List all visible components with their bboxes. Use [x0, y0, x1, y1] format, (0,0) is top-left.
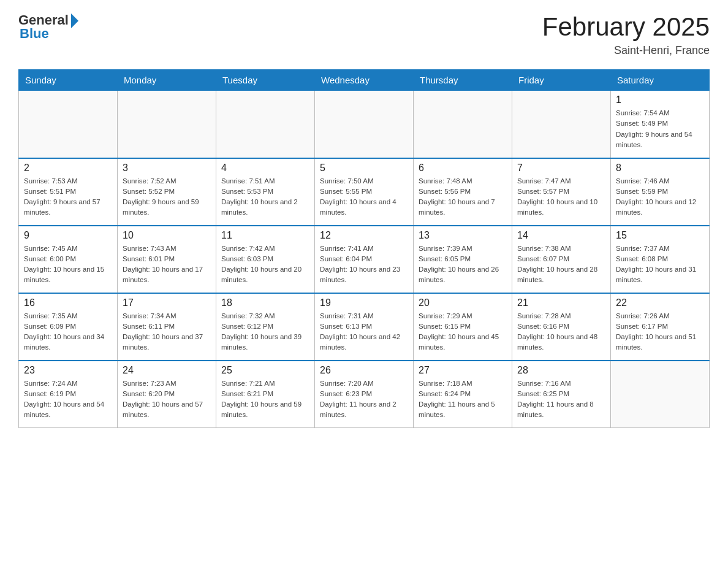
calendar-cell: 13Sunrise: 7:39 AMSunset: 6:05 PMDayligh… — [414, 226, 512, 293]
column-header-sunday: Sunday — [19, 70, 118, 91]
day-info: Sunrise: 7:35 AMSunset: 6:09 PMDaylight:… — [24, 311, 112, 353]
day-number: 24 — [123, 365, 211, 376]
day-info: Sunrise: 7:46 AMSunset: 5:59 PMDaylight:… — [616, 176, 704, 218]
column-header-friday: Friday — [512, 70, 611, 91]
calendar-cell: 27Sunrise: 7:18 AMSunset: 6:24 PMDayligh… — [414, 361, 512, 428]
calendar-cell: 5Sunrise: 7:50 AMSunset: 5:55 PMDaylight… — [315, 158, 414, 226]
month-title: February 2025 — [542, 12, 710, 42]
day-info: Sunrise: 7:16 AMSunset: 6:25 PMDaylight:… — [517, 378, 605, 421]
calendar-cell: 28Sunrise: 7:16 AMSunset: 6:25 PMDayligh… — [512, 361, 611, 428]
page-header: General Blue February 2025 Saint-Henri, … — [18, 12, 710, 57]
day-number: 5 — [320, 163, 408, 174]
logo-blue-text: Blue — [18, 26, 49, 42]
day-info: Sunrise: 7:43 AMSunset: 6:01 PMDaylight:… — [123, 243, 211, 286]
day-info: Sunrise: 7:45 AMSunset: 6:00 PMDaylight:… — [24, 243, 112, 286]
calendar-cell: 23Sunrise: 7:24 AMSunset: 6:19 PMDayligh… — [19, 361, 118, 428]
day-number: 18 — [221, 297, 309, 308]
calendar-cell: 11Sunrise: 7:42 AMSunset: 6:03 PMDayligh… — [216, 226, 315, 293]
day-number: 9 — [24, 230, 112, 241]
calendar-cell: 16Sunrise: 7:35 AMSunset: 6:09 PMDayligh… — [19, 293, 118, 361]
day-number: 3 — [123, 163, 211, 174]
day-info: Sunrise: 7:48 AMSunset: 5:56 PMDaylight:… — [419, 176, 507, 218]
day-number: 20 — [419, 297, 507, 308]
calendar-cell: 20Sunrise: 7:29 AMSunset: 6:15 PMDayligh… — [414, 293, 512, 361]
calendar-cell — [512, 91, 611, 158]
calendar-cell — [216, 91, 315, 158]
calendar-cell: 18Sunrise: 7:32 AMSunset: 6:12 PMDayligh… — [216, 293, 315, 361]
day-info: Sunrise: 7:21 AMSunset: 6:21 PMDaylight:… — [221, 378, 309, 421]
day-number: 8 — [616, 163, 704, 174]
week-row-2: 2Sunrise: 7:53 AMSunset: 5:51 PMDaylight… — [19, 158, 710, 226]
day-number: 15 — [616, 230, 704, 241]
logo: General Blue — [18, 12, 78, 42]
week-row-3: 9Sunrise: 7:45 AMSunset: 6:00 PMDaylight… — [19, 226, 710, 293]
day-number: 26 — [320, 365, 408, 376]
column-header-tuesday: Tuesday — [216, 70, 315, 91]
calendar-table: SundayMondayTuesdayWednesdayThursdayFrid… — [18, 69, 710, 428]
day-info: Sunrise: 7:38 AMSunset: 6:07 PMDaylight:… — [517, 243, 605, 286]
calendar-cell: 8Sunrise: 7:46 AMSunset: 5:59 PMDaylight… — [611, 158, 710, 226]
day-info: Sunrise: 7:54 AMSunset: 5:49 PMDaylight:… — [616, 108, 704, 150]
calendar-cell: 3Sunrise: 7:52 AMSunset: 5:52 PMDaylight… — [118, 158, 216, 226]
day-info: Sunrise: 7:47 AMSunset: 5:57 PMDaylight:… — [517, 176, 605, 218]
calendar-cell: 12Sunrise: 7:41 AMSunset: 6:04 PMDayligh… — [315, 226, 414, 293]
day-info: Sunrise: 7:37 AMSunset: 6:08 PMDaylight:… — [616, 243, 704, 286]
calendar-cell — [19, 91, 118, 158]
week-row-1: 1Sunrise: 7:54 AMSunset: 5:49 PMDaylight… — [19, 91, 710, 158]
day-number: 28 — [517, 365, 605, 376]
calendar-cell: 10Sunrise: 7:43 AMSunset: 6:01 PMDayligh… — [118, 226, 216, 293]
day-info: Sunrise: 7:53 AMSunset: 5:51 PMDaylight:… — [24, 176, 112, 218]
day-info: Sunrise: 7:28 AMSunset: 6:16 PMDaylight:… — [517, 311, 605, 353]
day-info: Sunrise: 7:20 AMSunset: 6:23 PMDaylight:… — [320, 378, 408, 421]
day-number: 4 — [221, 163, 309, 174]
calendar-cell: 17Sunrise: 7:34 AMSunset: 6:11 PMDayligh… — [118, 293, 216, 361]
day-info: Sunrise: 7:29 AMSunset: 6:15 PMDaylight:… — [419, 311, 507, 353]
calendar-cell — [118, 91, 216, 158]
day-info: Sunrise: 7:32 AMSunset: 6:12 PMDaylight:… — [221, 311, 309, 353]
calendar-cell — [315, 91, 414, 158]
calendar-cell: 22Sunrise: 7:26 AMSunset: 6:17 PMDayligh… — [611, 293, 710, 361]
calendar-cell — [414, 91, 512, 158]
day-info: Sunrise: 7:41 AMSunset: 6:04 PMDaylight:… — [320, 243, 408, 286]
day-number: 7 — [517, 163, 605, 174]
calendar-header-row: SundayMondayTuesdayWednesdayThursdayFrid… — [19, 70, 710, 91]
calendar-cell: 21Sunrise: 7:28 AMSunset: 6:16 PMDayligh… — [512, 293, 611, 361]
logo-arrow-icon — [71, 13, 78, 28]
day-number: 23 — [24, 365, 112, 376]
day-info: Sunrise: 7:24 AMSunset: 6:19 PMDaylight:… — [24, 378, 112, 421]
day-number: 19 — [320, 297, 408, 308]
calendar-cell: 7Sunrise: 7:47 AMSunset: 5:57 PMDaylight… — [512, 158, 611, 226]
day-number: 27 — [419, 365, 507, 376]
calendar-cell: 4Sunrise: 7:51 AMSunset: 5:53 PMDaylight… — [216, 158, 315, 226]
day-number: 14 — [517, 230, 605, 241]
calendar-cell: 9Sunrise: 7:45 AMSunset: 6:00 PMDaylight… — [19, 226, 118, 293]
day-info: Sunrise: 7:26 AMSunset: 6:17 PMDaylight:… — [616, 311, 704, 353]
day-info: Sunrise: 7:31 AMSunset: 6:13 PMDaylight:… — [320, 311, 408, 353]
column-header-saturday: Saturday — [611, 70, 710, 91]
day-number: 16 — [24, 297, 112, 308]
calendar-cell: 25Sunrise: 7:21 AMSunset: 6:21 PMDayligh… — [216, 361, 315, 428]
day-info: Sunrise: 7:34 AMSunset: 6:11 PMDaylight:… — [123, 311, 211, 353]
week-row-5: 23Sunrise: 7:24 AMSunset: 6:19 PMDayligh… — [19, 361, 710, 428]
calendar-cell: 15Sunrise: 7:37 AMSunset: 6:08 PMDayligh… — [611, 226, 710, 293]
day-info: Sunrise: 7:18 AMSunset: 6:24 PMDaylight:… — [419, 378, 507, 421]
day-info: Sunrise: 7:42 AMSunset: 6:03 PMDaylight:… — [221, 243, 309, 286]
day-number: 12 — [320, 230, 408, 241]
location-label: Saint-Henri, France — [542, 44, 710, 57]
day-number: 13 — [419, 230, 507, 241]
day-number: 22 — [616, 297, 704, 308]
day-number: 1 — [616, 94, 704, 105]
day-info: Sunrise: 7:50 AMSunset: 5:55 PMDaylight:… — [320, 176, 408, 218]
day-info: Sunrise: 7:52 AMSunset: 5:52 PMDaylight:… — [123, 176, 211, 218]
column-header-monday: Monday — [118, 70, 216, 91]
calendar-cell: 24Sunrise: 7:23 AMSunset: 6:20 PMDayligh… — [118, 361, 216, 428]
day-info: Sunrise: 7:39 AMSunset: 6:05 PMDaylight:… — [419, 243, 507, 286]
day-number: 17 — [123, 297, 211, 308]
day-number: 2 — [24, 163, 112, 174]
week-row-4: 16Sunrise: 7:35 AMSunset: 6:09 PMDayligh… — [19, 293, 710, 361]
calendar-cell: 6Sunrise: 7:48 AMSunset: 5:56 PMDaylight… — [414, 158, 512, 226]
day-number: 11 — [221, 230, 309, 241]
day-number: 25 — [221, 365, 309, 376]
calendar-cell: 19Sunrise: 7:31 AMSunset: 6:13 PMDayligh… — [315, 293, 414, 361]
day-number: 10 — [123, 230, 211, 241]
